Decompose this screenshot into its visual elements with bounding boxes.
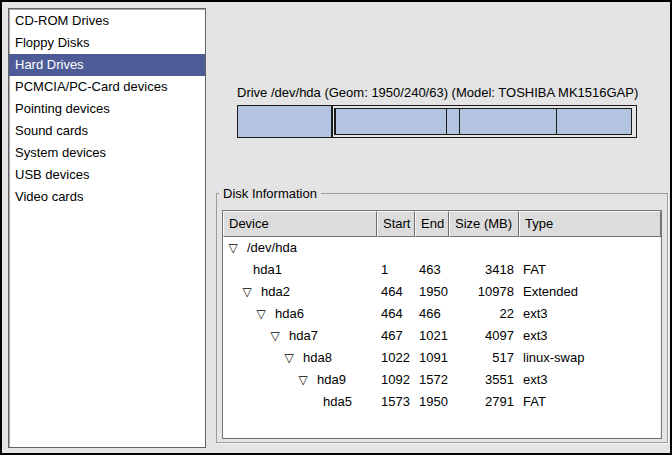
device-cell: hda5 [223,391,377,413]
sidebar-item-pcmcia-pc-card-devices[interactable]: PCMCIA/PC-Card devices [9,76,205,98]
partition-segment-hda7 [335,108,447,135]
type-cell: FAT [519,259,661,281]
expander-icon[interactable]: ▽ [240,281,254,303]
expander-icon[interactable]: ▽ [226,237,240,259]
device-cell: ▽/dev/hda [223,237,377,259]
column-header-start[interactable]: Start [377,211,415,237]
table-row-hda2[interactable]: ▽hda2464195010978Extended [223,281,661,303]
table-row-hda9[interactable]: ▽hda9109215723551ext3 [223,369,661,391]
type-cell: ext3 [519,303,661,325]
start-cell: 1 [377,259,415,281]
expander-icon[interactable]: ▽ [282,347,296,369]
partition-segment-hda9 [459,108,556,135]
table-row-hda5[interactable]: hda5157319502791FAT [223,391,661,413]
size-cell [449,237,519,259]
column-header-end[interactable]: End [415,211,449,237]
device-cell: ▽hda7 [223,325,377,347]
table-row-hda8[interactable]: ▽hda810221091517linux-swap [223,347,661,369]
sidebar-item-pointing-devices[interactable]: Pointing devices [9,98,205,120]
start-cell [377,237,415,259]
size-cell: 3418 [449,259,519,281]
device-name: hda9 [317,369,346,391]
table-row-hda1[interactable]: hda114633418FAT [223,259,661,281]
type-cell: ext3 [519,369,661,391]
start-cell: 1022 [377,347,415,369]
device-name: /dev/hda [247,237,297,259]
sidebar-item-hard-drives[interactable]: Hard Drives [9,54,205,76]
expander-icon[interactable]: ▽ [268,325,282,347]
end-cell: 466 [415,303,449,325]
column-header-type[interactable]: Type [519,211,661,237]
partition-segment-hda5 [556,108,633,135]
disk-table: Device Start End Size (MB) Type ▽/dev/hd… [222,210,662,439]
device-name: hda2 [261,281,290,303]
end-cell: 1950 [415,391,449,413]
end-cell: 463 [415,259,449,281]
drive-info-label: Drive /dev/hda (Geom: 1950/240/63) (Mode… [237,84,637,102]
partition-segment-hda1 [237,105,332,138]
size-cell: 10978 [449,281,519,303]
size-cell: 22 [449,303,519,325]
end-cell: 1950 [415,281,449,303]
end-cell [415,237,449,259]
end-cell: 1572 [415,369,449,391]
type-cell: Extended [519,281,661,303]
start-cell: 1573 [377,391,415,413]
expander-icon[interactable]: ▽ [254,303,268,325]
sidebar-item-usb-devices[interactable]: USB devices [9,164,205,186]
table-row-dev-hda[interactable]: ▽/dev/hda [223,237,661,259]
size-cell: 2791 [449,391,519,413]
disk-information-title: Disk Information [219,186,321,201]
sidebar-item-sound-cards[interactable]: Sound cards [9,120,205,142]
start-cell: 467 [377,325,415,347]
table-row-hda7[interactable]: ▽hda746710214097ext3 [223,325,661,347]
device-name: hda7 [289,325,318,347]
device-cell: ▽hda6 [223,303,377,325]
sidebar-item-video-cards[interactable]: Video cards [9,186,205,208]
sidebar-item-floppy-disks[interactable]: Floppy Disks [9,32,205,54]
device-name: hda8 [303,347,332,369]
type-cell: ext3 [519,325,661,347]
disk-information-group: Disk Information Device Start End Size (… [216,193,668,443]
start-cell: 464 [377,303,415,325]
disk-table-header: Device Start End Size (MB) Type [223,211,661,237]
partition-bar [237,105,637,138]
window-content: CD-ROM DrivesFloppy DisksHard DrivesPCMC… [2,2,670,453]
device-name: hda1 [253,259,282,281]
end-cell: 1091 [415,347,449,369]
type-cell: FAT [519,391,661,413]
device-name: hda5 [323,391,352,413]
expander-icon[interactable]: ▽ [296,369,310,391]
size-cell: 4097 [449,325,519,347]
end-cell: 1021 [415,325,449,347]
column-header-device[interactable]: Device [223,211,377,237]
partition-segment-hda2 [332,105,637,138]
device-cell: ▽hda2 [223,281,377,303]
device-category-list: CD-ROM DrivesFloppy DisksHard DrivesPCMC… [8,8,206,448]
partition-segment-hda8 [446,108,460,135]
device-cell: ▽hda8 [223,347,377,369]
type-cell [519,237,661,259]
size-cell: 3551 [449,369,519,391]
hardware-browser-window: { "colors": { "selection": "#4d5c96", "p… [0,0,672,455]
device-cell: hda1 [223,259,377,281]
device-name: hda6 [275,303,304,325]
size-cell: 517 [449,347,519,369]
start-cell: 464 [377,281,415,303]
table-row-hda6[interactable]: ▽hda646446622ext3 [223,303,661,325]
sidebar-item-cd-rom-drives[interactable]: CD-ROM Drives [9,10,205,32]
column-header-size[interactable]: Size (MB) [449,211,519,237]
disk-table-body: ▽/dev/hdahda114633418FAT▽hda246419501097… [223,237,661,413]
start-cell: 1092 [377,369,415,391]
type-cell: linux-swap [519,347,661,369]
sidebar-item-system-devices[interactable]: System devices [9,142,205,164]
device-cell: ▽hda9 [223,369,377,391]
